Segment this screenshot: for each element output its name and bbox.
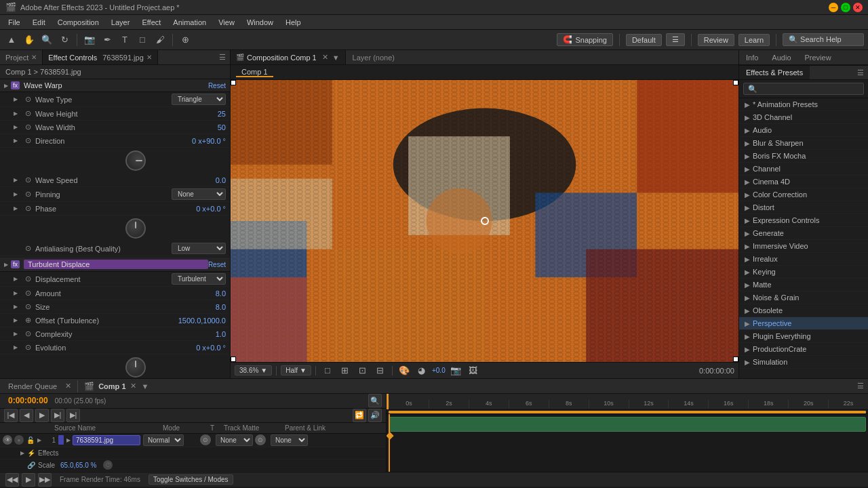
timeline-tracks[interactable] [387, 414, 868, 472]
comp-tab-close[interactable]: ✕ [322, 53, 328, 62]
viewer-show-snapshot[interactable]: 🖼 [466, 363, 481, 378]
wave-type-select[interactable]: Triangle [172, 94, 226, 105]
category-noise-grain[interactable]: ▶ Noise & Grain [739, 291, 868, 304]
category-generate[interactable]: ▶ Generate [739, 227, 868, 240]
quality-btn[interactable]: Half ▼ [281, 365, 311, 375]
category-immersive-video[interactable]: ▶ Immersive Video [739, 240, 868, 253]
displacement-tri[interactable]: ▶ [14, 276, 20, 282]
info-tab[interactable]: Info [739, 50, 765, 64]
size-value[interactable]: 8.0 [216, 303, 226, 311]
tool-puppet[interactable]: ⊕ [178, 33, 193, 47]
category-3d-channel[interactable]: ▶ 3D Channel [739, 111, 868, 124]
tool-rotate[interactable]: ↻ [57, 33, 72, 47]
layer-expand-tri[interactable]: ▶ [37, 437, 41, 443]
layer-mode-select[interactable]: Normal [143, 434, 184, 446]
menu-effect[interactable]: Effect [136, 17, 166, 28]
menu-composition[interactable]: Composition [52, 17, 104, 28]
wave-warp-header[interactable]: ▶ fx Wave Warp Reset [0, 79, 230, 92]
complexity-tri[interactable]: ▶ [14, 331, 20, 337]
viewer-auto-exp[interactable]: ◕ [414, 363, 429, 378]
direction-dial[interactable] [125, 150, 146, 171]
phase-dial[interactable] [125, 218, 146, 239]
project-tab-close[interactable]: ✕ [31, 54, 37, 61]
pb-play[interactable]: ▶ [35, 409, 49, 422]
tl-tab-menu[interactable]: ▼ [142, 382, 149, 390]
zoom-level-btn[interactable]: 38.6% ▼ [235, 365, 272, 375]
snapping-button[interactable]: 🧲 Snapping [557, 33, 613, 46]
offset-tri[interactable]: ▶ [14, 317, 20, 323]
category-keying[interactable]: ▶ Keying [739, 266, 868, 279]
panel-menu[interactable]: ☰ [215, 53, 230, 62]
menu-help[interactable]: Help [280, 17, 307, 28]
category-audio[interactable]: ▶ Audio [739, 124, 868, 137]
displacement-select[interactable]: Turbulent [172, 273, 226, 285]
close-button[interactable]: ✕ [853, 3, 863, 12]
pinning-select[interactable]: None [172, 188, 226, 200]
handle-tl[interactable] [231, 80, 236, 85]
category-expression-controls[interactable]: ▶ Expression Controls [739, 214, 868, 227]
tool-select[interactable]: ▲ [4, 33, 19, 47]
pb-first[interactable]: |◀ [4, 409, 18, 422]
wave-height-value[interactable]: 25 [218, 110, 226, 118]
antialiasing-select[interactable]: Low [172, 243, 226, 254]
parent-link-icon[interactable]: ⊙ [255, 434, 266, 445]
direction-value[interactable]: 0 x+90.0 ° [192, 137, 226, 145]
size-tri[interactable]: ▶ [14, 304, 20, 310]
toggle-switches-btn[interactable]: Toggle Switches / Modes [149, 474, 233, 485]
status-pb-play[interactable]: ▶ [22, 473, 35, 487]
td-reset[interactable]: Reset [208, 261, 226, 268]
layer-lock-toggle[interactable]: 🔓 [26, 435, 35, 445]
category-cinema4d[interactable]: ▶ Cinema 4D [739, 176, 868, 188]
pb-last[interactable]: ▶| [66, 409, 80, 422]
category-irrealux[interactable]: ▶ Irrealux [739, 253, 868, 266]
comp-tab-menu[interactable]: ▼ [332, 54, 340, 62]
menu-animation[interactable]: Animation [167, 17, 212, 28]
category-plugin-everything[interactable]: ▶ Plugin Everything [739, 330, 868, 343]
tool-zoom[interactable]: 🔍 [39, 33, 54, 47]
pb-loop[interactable]: 🔁 [353, 409, 366, 422]
menu-window[interactable]: Window [241, 17, 279, 28]
handle-tr[interactable] [733, 80, 738, 85]
tool-hand[interactable]: ✋ [22, 33, 37, 47]
project-tab[interactable]: Project ✕ [0, 50, 43, 64]
tool-shape[interactable]: □ [135, 33, 150, 47]
timeline-menu[interactable]: ☰ [857, 382, 864, 390]
category-animation-presets[interactable]: ▶ * Animation Presets [739, 98, 868, 111]
category-perspective[interactable]: ▶ Perspective [739, 317, 868, 330]
viewer-color-pick[interactable]: 🎨 [397, 363, 412, 378]
category-blur-sharpen[interactable]: ▶ Blur & Sharpen [739, 137, 868, 150]
viewer-snapshot[interactable]: 📷 [448, 363, 463, 378]
wave-type-tri[interactable]: ▶ [14, 96, 20, 102]
tool-pen[interactable]: ✒ [100, 33, 115, 47]
menu-layer[interactable]: Layer [106, 17, 136, 28]
pb-audio[interactable]: 🔊 [368, 409, 382, 422]
evolution-dial[interactable] [125, 357, 146, 378]
search-help[interactable]: 🔍 Search Help [783, 33, 864, 46]
preview-tab[interactable]: Preview [798, 50, 838, 64]
scale-value[interactable]: 65.0,65.0 % [60, 462, 96, 469]
tool-text[interactable]: T [117, 33, 132, 47]
evolution-value[interactable]: 0 x+0.0 ° [196, 344, 226, 352]
layer-solo-toggle[interactable]: ● [14, 435, 24, 445]
viewer-toggle-alpha[interactable]: □ [320, 363, 335, 378]
viewer-toggle-3d[interactable]: ⊡ [355, 363, 370, 378]
direction-tri[interactable]: ▶ [14, 138, 20, 144]
audio-tab[interactable]: Audio [765, 50, 797, 64]
track-matte-icon[interactable]: ⊙ [200, 434, 211, 445]
wave-speed-value[interactable]: 0.0 [216, 176, 226, 184]
handle-bl[interactable] [231, 357, 236, 362]
category-distort[interactable]: ▶ Distort [739, 201, 868, 214]
wave-width-tri[interactable]: ▶ [14, 124, 20, 130]
complexity-value[interactable]: 1.0 [216, 330, 226, 338]
handle-br[interactable] [733, 357, 738, 362]
minimize-button[interactable]: ─ [829, 3, 838, 12]
status-pb-back[interactable]: ◀◀ [5, 473, 19, 487]
category-channel[interactable]: ▶ Channel [739, 163, 868, 176]
evolution-tri[interactable]: ▶ [14, 344, 20, 350]
scale-stopwatch[interactable]: ⏱ [103, 460, 113, 470]
workspace-default[interactable]: Default [626, 34, 662, 46]
wave-width-value[interactable]: 50 [218, 123, 226, 131]
menu-view[interactable]: View [213, 17, 240, 28]
layer-name-input[interactable] [73, 435, 140, 445]
pinning-tri[interactable]: ▶ [14, 191, 20, 197]
